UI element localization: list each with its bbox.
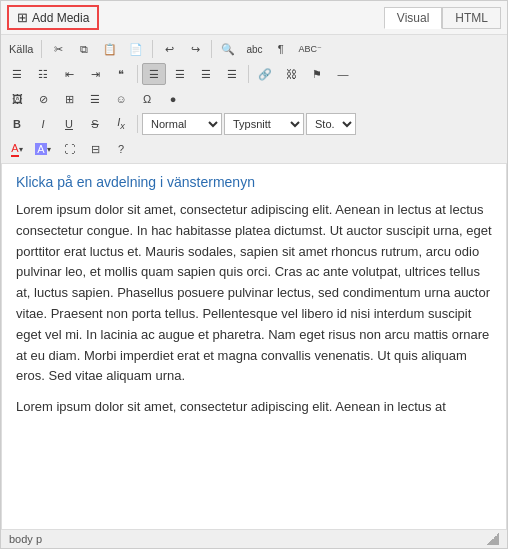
table-icon: ⊞ [65, 93, 74, 106]
search-icon: 🔍 [221, 43, 235, 56]
para-button[interactable]: ¶ [269, 38, 293, 60]
image-icon: 🖼 [12, 93, 23, 105]
link-icon: 🔗 [258, 68, 272, 81]
spellcheck-icon: abc [246, 44, 262, 55]
indent-icon: ⇥ [91, 68, 100, 81]
sep4 [137, 65, 138, 83]
list-menu-button[interactable]: ☰ [83, 88, 107, 110]
ol-button[interactable]: ☰ [5, 63, 29, 85]
search-button[interactable]: 🔍 [216, 38, 240, 60]
embed-icon: ⊟ [91, 143, 100, 156]
help-button[interactable]: ? [109, 138, 133, 160]
special-icon: ● [170, 93, 177, 105]
format-select[interactable]: Normal Heading 1 Heading 2 Heading 3 Pre… [142, 113, 222, 135]
embed-button[interactable]: ⊟ [83, 138, 107, 160]
media-icon [17, 10, 28, 25]
cut-button[interactable]: ✂ [46, 38, 70, 60]
paste-button[interactable]: 📋 [98, 38, 122, 60]
editor-content[interactable]: Klicka på en avdelning i vänstermenyn Lo… [1, 164, 507, 529]
indent-button[interactable]: ⇥ [83, 63, 107, 85]
toolbar-row-2: ☰ ☷ ⇤ ⇥ ❝ ☰ ☰ ☰ ☰ 🔗 ⛓ ⚑ — [5, 62, 503, 86]
list-menu-icon: ☰ [90, 93, 100, 106]
flag-button[interactable]: ⚑ [305, 63, 329, 85]
editor-wrapper: Add Media Visual HTML Källa ✂ ⧉ 📋 📄 ↩ ↪ … [0, 0, 508, 549]
sep1 [41, 40, 42, 58]
fullscreen-icon: ⛶ [64, 143, 75, 155]
paste-icon: 📋 [103, 43, 117, 56]
image-button[interactable]: 🖼 [5, 88, 29, 110]
font-select[interactable]: Typsnitt Arial Times New Roman [224, 113, 304, 135]
paste2-button[interactable]: 📄 [124, 38, 148, 60]
unlink-icon: ⛓ [286, 68, 297, 80]
copy-icon: ⧉ [80, 43, 88, 56]
ol-icon: ☰ [12, 68, 22, 81]
special-button[interactable]: ● [161, 88, 185, 110]
align-right-button[interactable]: ☰ [194, 63, 218, 85]
underline-icon: U [65, 118, 73, 130]
add-media-button[interactable]: Add Media [7, 5, 99, 30]
ul-icon: ☷ [38, 68, 48, 81]
spellcheck2-button[interactable]: ABC⁻ [295, 38, 327, 60]
align-left-button[interactable]: ☰ [142, 63, 166, 85]
italic-button[interactable]: I [31, 113, 55, 135]
strikethrough-icon: S [91, 118, 98, 130]
para-icon: ¶ [278, 43, 284, 55]
spellcheck-button[interactable]: abc [242, 38, 266, 60]
table-button[interactable]: ⊞ [57, 88, 81, 110]
sep6 [137, 115, 138, 133]
redo-icon: ↪ [191, 43, 200, 56]
emoji-button[interactable]: ☺ [109, 88, 133, 110]
font-color-button[interactable]: A ▾ [5, 138, 29, 160]
no-button[interactable]: ⊘ [31, 88, 55, 110]
clearformat-button[interactable]: Ix [109, 113, 133, 135]
resize-handle[interactable] [487, 533, 499, 545]
paste2-icon: 📄 [129, 43, 143, 56]
undo-button[interactable]: ↩ [157, 38, 181, 60]
hr-icon: — [338, 68, 349, 80]
hilite-color-icon: A [35, 143, 46, 155]
editor-para-1: Lorem ipsum dolor sit amet, consectetur … [16, 200, 492, 387]
editor-para-2: Lorem ipsum dolor sit amet, consectetur … [16, 397, 492, 418]
unlink-button[interactable]: ⛓ [279, 63, 303, 85]
source-button[interactable]: Källa [5, 38, 37, 60]
emoji-icon: ☺ [115, 93, 126, 105]
size-select[interactable]: Sto... 8 10 12 14 [306, 113, 356, 135]
align-justify-button[interactable]: ☰ [220, 63, 244, 85]
outdent-icon: ⇤ [65, 68, 74, 81]
underline-button[interactable]: U [57, 113, 81, 135]
strikethrough-button[interactable]: S [83, 113, 107, 135]
top-bar: Add Media Visual HTML [1, 1, 507, 35]
hr-button[interactable]: — [331, 63, 355, 85]
editor-heading: Klicka på en avdelning i vänstermenyn [16, 174, 492, 190]
toolbar-row-4: B I U S Ix Normal Heading 1 Heading 2 He… [5, 112, 503, 136]
ul-button[interactable]: ☷ [31, 63, 55, 85]
no-icon: ⊘ [39, 93, 48, 106]
link-button[interactable]: 🔗 [253, 63, 277, 85]
omega-button[interactable]: Ω [135, 88, 159, 110]
help-icon: ? [118, 143, 124, 155]
sep5 [248, 65, 249, 83]
tab-html[interactable]: HTML [442, 7, 501, 29]
toolbar: Källa ✂ ⧉ 📋 📄 ↩ ↪ 🔍 abc ¶ ABC⁻ ☰ ☷ ⇤ ⇥ ❝… [1, 35, 507, 164]
omega-icon: Ω [143, 93, 151, 105]
toolbar-row-1: Källa ✂ ⧉ 📋 📄 ↩ ↪ 🔍 abc ¶ ABC⁻ [5, 37, 503, 61]
quote-button[interactable]: ❝ [109, 63, 133, 85]
font-color-dropdown-icon: ▾ [19, 145, 23, 154]
view-tabs: Visual HTML [384, 7, 501, 29]
redo-button[interactable]: ↪ [183, 38, 207, 60]
copy-button[interactable]: ⧉ [72, 38, 96, 60]
source-label: Källa [9, 43, 33, 55]
align-center-icon: ☰ [175, 68, 185, 81]
hilite-color-button[interactable]: A ▾ [31, 138, 55, 160]
fullscreen-button[interactable]: ⛶ [57, 138, 81, 160]
clearformat-icon: Ix [117, 116, 125, 131]
cut-icon: ✂ [54, 43, 63, 56]
align-right-icon: ☰ [201, 68, 211, 81]
tab-visual[interactable]: Visual [384, 7, 442, 29]
toolbar-row-5: A ▾ A ▾ ⛶ ⊟ ? [5, 137, 503, 161]
outdent-button[interactable]: ⇤ [57, 63, 81, 85]
status-text: body p [9, 533, 42, 545]
bold-icon: B [13, 118, 21, 130]
align-center-button[interactable]: ☰ [168, 63, 192, 85]
bold-button[interactable]: B [5, 113, 29, 135]
